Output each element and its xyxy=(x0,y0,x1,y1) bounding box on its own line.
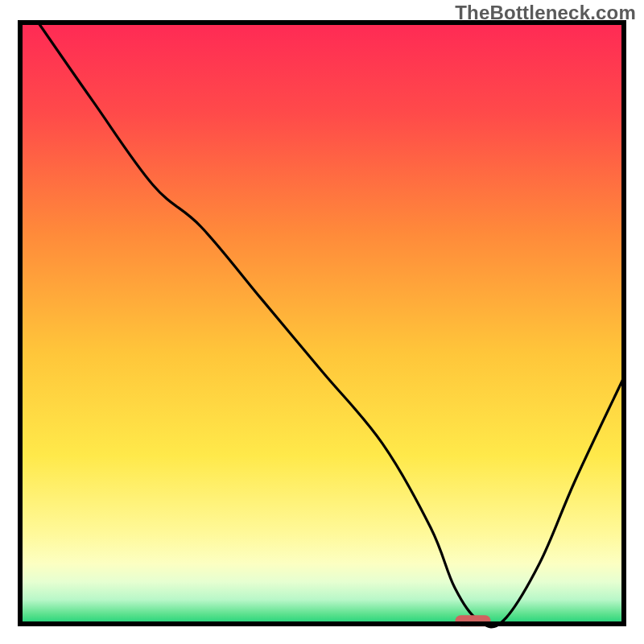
watermark-text: TheBottleneck.com xyxy=(455,2,636,24)
plot-background xyxy=(20,23,624,624)
bottleneck-chart xyxy=(0,0,644,644)
chart-container: TheBottleneck.com xyxy=(0,0,644,644)
